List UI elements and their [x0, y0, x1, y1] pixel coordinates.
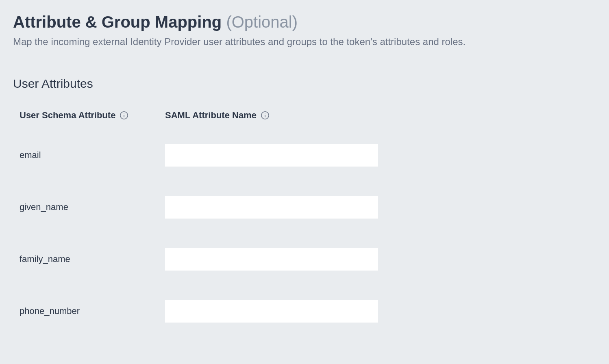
column-header-schema-label: User Schema Attribute — [20, 110, 115, 121]
column-header-schema: User Schema Attribute — [20, 110, 165, 121]
column-header-saml-label: SAML Attribute Name — [165, 110, 257, 121]
column-header-saml: SAML Attribute Name — [165, 110, 393, 121]
saml-attribute-input-phone-number[interactable] — [165, 300, 378, 323]
schema-attribute-name: given_name — [20, 202, 68, 212]
saml-attribute-input-family-name[interactable] — [165, 248, 378, 271]
schema-attribute-cell: given_name — [20, 202, 165, 212]
svg-point-5 — [265, 113, 265, 114]
svg-point-2 — [124, 113, 124, 114]
page-title-text: Attribute & Group Mapping — [13, 13, 222, 31]
info-icon[interactable] — [261, 111, 270, 120]
saml-attribute-cell — [165, 300, 393, 323]
table-row: family_name — [13, 233, 596, 285]
saml-attribute-input-given-name[interactable] — [165, 196, 378, 219]
table-row: given_name — [13, 181, 596, 233]
info-icon[interactable] — [120, 111, 128, 120]
saml-attribute-cell — [165, 196, 393, 219]
page-title-optional: (Optional) — [226, 13, 298, 31]
schema-attribute-cell: email — [20, 150, 165, 160]
table-header: User Schema Attribute SAML Attribute Nam… — [13, 110, 596, 129]
saml-attribute-cell — [165, 144, 393, 167]
schema-attribute-name: phone_number — [20, 306, 80, 316]
page-subtitle: Map the incoming external Identity Provi… — [13, 36, 596, 48]
section-title: User Attributes — [13, 77, 596, 91]
schema-attribute-name: email — [20, 150, 41, 160]
page-title: Attribute & Group Mapping (Optional) — [13, 13, 596, 31]
user-attributes-table: User Schema Attribute SAML Attribute Nam… — [13, 110, 596, 337]
saml-attribute-cell — [165, 248, 393, 271]
column-header-spacer — [393, 110, 596, 121]
table-row: phone_number — [13, 285, 596, 337]
saml-attribute-input-email[interactable] — [165, 144, 378, 167]
table-row: email — [13, 129, 596, 181]
schema-attribute-cell: phone_number — [20, 306, 165, 316]
schema-attribute-name: family_name — [20, 254, 70, 264]
schema-attribute-cell: family_name — [20, 254, 165, 264]
